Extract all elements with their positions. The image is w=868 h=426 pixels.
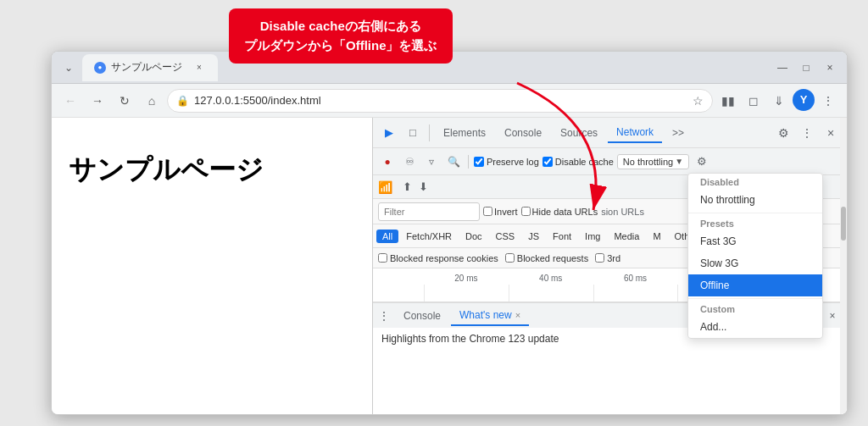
tick3 xyxy=(593,285,678,302)
third-party-label: 3rd xyxy=(607,253,620,263)
type-fetchxhr-button[interactable]: Fetch/XHR xyxy=(400,230,458,243)
download-icon[interactable]: ⇓ xyxy=(767,89,791,113)
tab-chevron[interactable]: ⌄ xyxy=(58,58,79,78)
blocked-requests-label: Blocked requests xyxy=(517,253,588,263)
filter-icon[interactable]: ▿ xyxy=(422,152,441,171)
wifi-icon: 📶 xyxy=(378,180,392,194)
timeline-60ms: 60 ms xyxy=(593,274,678,283)
page-content: サンプルページ xyxy=(52,118,372,414)
clear-icon[interactable]: ♾ xyxy=(400,152,419,171)
restore-button[interactable]: □ xyxy=(796,58,816,78)
blocked-requests-input[interactable] xyxy=(505,253,515,263)
toolbar-sep1 xyxy=(468,155,469,169)
tab-console-bottom[interactable]: Console xyxy=(395,307,449,325)
network-settings-icon[interactable]: ⚙ xyxy=(693,152,711,171)
forward-button[interactable]: → xyxy=(86,89,109,113)
throttle-section-custom: Custom xyxy=(688,301,822,316)
throttle-label: No throttling xyxy=(623,157,673,167)
throttle-separator xyxy=(688,213,822,213)
annotation-line1: Disable cacheの右側にある xyxy=(260,19,421,33)
throttle-slow3g[interactable]: Slow 3G xyxy=(688,252,822,274)
type-media-button[interactable]: Media xyxy=(608,230,645,243)
throttle-offline[interactable]: Offline xyxy=(688,274,822,296)
whats-new-close[interactable]: × xyxy=(515,310,520,320)
tab-whats-new[interactable]: What's new × xyxy=(451,306,529,326)
screenshot-icon[interactable]: ◻ xyxy=(742,89,765,113)
console-tab-label: Console xyxy=(403,310,441,322)
third-party-input[interactable] xyxy=(595,253,604,263)
profile-button[interactable]: Y xyxy=(793,89,815,111)
type-m-button[interactable]: M xyxy=(647,230,666,243)
throttle-section-disabled: Disabled xyxy=(688,174,822,189)
type-all-button[interactable]: All xyxy=(376,230,398,243)
type-css-button[interactable]: CSS xyxy=(490,230,521,243)
inspect-icon[interactable]: □ xyxy=(402,122,424,144)
whats-new-label: What's new xyxy=(459,309,512,321)
bottom-content-text: Highlights from the Chrome 123 update xyxy=(381,333,559,345)
throttle-menu: Disabled No throttling Presets Fast 3G S… xyxy=(687,173,823,339)
record-icon[interactable]: ● xyxy=(378,152,397,171)
page-title: サンプルページ xyxy=(69,152,355,189)
third-party-checkbox[interactable]: 3rd xyxy=(595,253,620,263)
tab-close-btn[interactable]: × xyxy=(192,61,206,75)
type-js-button[interactable]: JS xyxy=(522,230,545,243)
tab-favicon: ● xyxy=(94,62,106,74)
type-img-button[interactable]: Img xyxy=(579,230,606,243)
bottom-panel-close[interactable]: × xyxy=(823,307,842,325)
throttle-section-presets: Presets xyxy=(688,215,822,230)
bottom-more-icon[interactable]: ⋮ xyxy=(378,309,390,323)
throttle-no-throttling[interactable]: No throttling xyxy=(688,189,822,211)
annotation-arrow xyxy=(492,75,627,227)
back-button[interactable]: ← xyxy=(58,89,82,113)
timeline-20ms: 20 ms xyxy=(424,274,509,283)
tab-elements[interactable]: Elements xyxy=(435,124,494,142)
close-button[interactable]: × xyxy=(820,58,840,78)
blocked-response-input[interactable] xyxy=(378,253,387,263)
timeline-40ms: 40 ms xyxy=(509,274,593,283)
blocked-requests-checkbox[interactable]: Blocked requests xyxy=(505,253,588,263)
toolbar-separator xyxy=(429,124,430,141)
cast-icon[interactable]: ▮▮ xyxy=(716,89,740,113)
devtools-close-button[interactable]: × xyxy=(820,122,842,144)
type-font-button[interactable]: Font xyxy=(547,230,577,243)
url-text: 127.0.0.1:5500/index.html xyxy=(194,94,321,107)
window-controls: — □ × xyxy=(772,58,840,78)
devtools-scrollbar[interactable] xyxy=(840,118,847,414)
annotation-bubble: Disable cacheの右側にある プルダウンから「Offline」を選ぶ xyxy=(229,8,453,64)
toolbar-icons: ▮▮ ◻ ⇓ Y ⋮ xyxy=(716,89,840,113)
scrollbar-thumb[interactable] xyxy=(841,207,846,241)
blocked-response-label: Blocked response cookies xyxy=(390,253,498,263)
cursor-icon[interactable]: ▶ xyxy=(378,122,400,144)
minimize-button[interactable]: — xyxy=(772,58,793,78)
browser-window: ⌄ ● サンプルページ × — □ × ← → ↻ ⌂ 🔒 127.0.0.1:… xyxy=(51,51,848,415)
search-icon[interactable]: 🔍 xyxy=(444,152,463,171)
url-bar[interactable]: 🔒 127.0.0.1:5500/index.html ☆ xyxy=(167,89,713,113)
preserve-log-input[interactable] xyxy=(474,157,484,167)
home-button[interactable]: ⌂ xyxy=(140,89,164,113)
tab-more[interactable]: >> xyxy=(664,124,693,142)
lock-icon: 🔒 xyxy=(176,95,189,107)
throttle-fast3g[interactable]: Fast 3G xyxy=(688,230,822,252)
annotation-line2: プルダウンから「Offline」を選ぶ xyxy=(244,38,437,53)
menu-icon[interactable]: ⋮ xyxy=(816,89,840,113)
throttle-dropdown[interactable]: No throttling ▼ xyxy=(617,154,689,169)
blocked-response-checkbox[interactable]: Blocked response cookies xyxy=(378,253,498,263)
tick2 xyxy=(509,285,593,302)
browser-tab[interactable]: ● サンプルページ × xyxy=(82,54,218,81)
throttle-separator2 xyxy=(688,298,822,299)
devtools-more-icon[interactable]: ⋮ xyxy=(796,122,818,144)
download2-icon: ⬇ xyxy=(419,180,428,193)
address-bar: ← → ↻ ⌂ 🔒 127.0.0.1:5500/index.html ☆ ▮▮… xyxy=(52,84,847,118)
throttle-dropdown-arrow: ▼ xyxy=(675,157,683,166)
reload-button[interactable]: ↻ xyxy=(113,89,136,113)
devtools-settings-icon[interactable]: ⚙ xyxy=(772,122,794,144)
type-doc-button[interactable]: Doc xyxy=(459,230,488,243)
throttle-add[interactable]: Add... xyxy=(688,316,822,338)
upload-icon: ⬆ xyxy=(403,180,412,193)
filter-input[interactable] xyxy=(378,202,480,221)
tick1 xyxy=(424,285,509,302)
bookmark-icon[interactable]: ☆ xyxy=(693,94,704,108)
bottom-content: Highlights from the Chrome 123 update xyxy=(373,328,847,414)
main-area: サンプルページ ▶ □ Elements Console Sources Net… xyxy=(52,118,847,414)
tab-title: サンプルページ xyxy=(111,60,182,75)
